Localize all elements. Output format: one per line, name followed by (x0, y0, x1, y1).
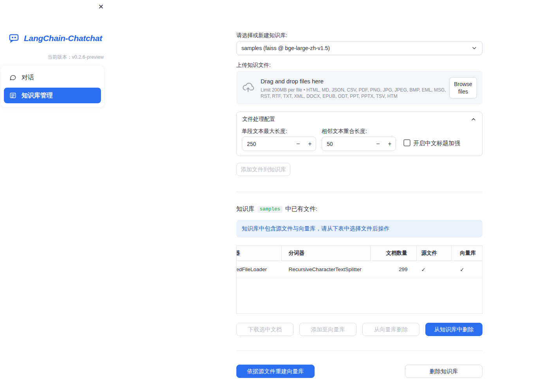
sidebar-close-icon[interactable]: ✕ (95, 2, 106, 13)
cell-vector-check: ✓ (452, 261, 482, 278)
expander-title: 文件处理配置 (242, 116, 275, 123)
delete-kb-button[interactable]: 删除知识库 (405, 365, 482, 378)
list-icon (9, 92, 16, 99)
sidebar-item-dialogue[interactable]: 对话 (4, 70, 101, 85)
add-files-button[interactable]: 添加文件到知识库 (236, 163, 290, 176)
cell-source-check: ✓ (417, 261, 452, 278)
zh-title-enhance-checkbox[interactable] (403, 139, 410, 146)
max-length-input[interactable]: 250 − + (242, 137, 316, 151)
rebuild-vector-store-button[interactable]: 依据源文件重建向量库 (236, 365, 315, 378)
divider (236, 192, 482, 192)
max-length-value: 250 (242, 141, 292, 147)
browse-files-button[interactable]: Browse files (449, 77, 477, 99)
col-loader: 文档加载器 (237, 246, 282, 261)
kb-name-code: samples (257, 206, 283, 213)
max-length-label: 单段文本最大长度: (242, 128, 287, 135)
plus-button[interactable]: + (304, 137, 316, 151)
dropzone-title: Drag and drop files here (261, 78, 324, 85)
sidebar-menu: 对话 知识库管理 (1, 66, 104, 107)
minus-button[interactable]: − (372, 137, 384, 151)
app-title: LangChain-Chatchat (24, 34, 102, 43)
delete-from-vector-store-button[interactable]: 从向量库删除 (362, 323, 419, 336)
col-vector-store: 向量库 (452, 246, 482, 261)
sidebar-item-label: 知识库管理 (22, 92, 53, 100)
minus-button[interactable]: − (292, 137, 304, 151)
sidebar-item-label: 对话 (22, 74, 34, 82)
version-label: 当前版本：v0.2.6-preview (0, 54, 104, 61)
overlap-value: 50 (322, 141, 372, 147)
dropzone-limits: Limit 200MB per file • HTML, MD, JSON, C… (261, 87, 448, 99)
delete-from-kb-button[interactable]: 从知识库中删除 (425, 323, 482, 336)
col-doc-count: 文档数量 (371, 246, 417, 261)
cloud-upload-icon (241, 81, 255, 93)
col-splitter: 分词器 (282, 246, 371, 261)
upload-label: 上传知识文件: (236, 62, 271, 69)
kb-selectbox[interactable]: samples (faiss @ bge-large-zh-v1.5) (236, 41, 482, 55)
files-table[interactable]: 文档加载器 分词器 文档数量 源文件 向量库 UnstructuredFileL… (236, 245, 482, 314)
overlap-label: 相邻文本重合长度: (322, 128, 367, 135)
zh-title-enhance-label: 开启中文标题加强 (413, 140, 460, 147)
plus-button[interactable]: + (384, 137, 396, 151)
cell-doc-count: 299 (371, 261, 417, 278)
cell-loader: UnstructuredFileLoader (237, 261, 282, 278)
kb-selected-value: samples (faiss @ bge-large-zh-v1.5) (241, 45, 471, 51)
heading-prefix: 知识库 (236, 205, 255, 213)
divider (236, 351, 482, 351)
chat-bubble-icon (9, 74, 16, 81)
overlap-input[interactable]: 50 − + (322, 137, 396, 151)
sidebar: ✕ LangChain-Chatchat 当前版本：v0.2.6-preview… (0, 0, 110, 392)
info-banner: 知识库中包含源文件与向量库，请从下表中选择文件后操作 (236, 220, 482, 237)
heading-suffix: 中已有文件: (285, 205, 317, 213)
table-row[interactable]: UnstructuredFileLoader RecursiveCharacte… (237, 261, 482, 278)
app-page: ✕ LangChain-Chatchat 当前版本：v0.2.6-preview… (0, 0, 540, 392)
download-selected-button[interactable]: 下载选中文档 (236, 323, 293, 336)
col-source-file: 源文件 (417, 246, 452, 261)
table-header-row: 文档加载器 分词器 文档数量 源文件 向量库 (237, 246, 482, 261)
expander-header[interactable]: 文件处理配置 (237, 112, 482, 127)
sidebar-item-knowledge-base[interactable]: 知识库管理 (4, 88, 101, 103)
app-logo: LangChain-Chatchat (0, 33, 110, 43)
existing-files-heading: 知识库 samples 中已有文件: (236, 205, 317, 213)
kb-select-label: 请选择或新建知识库: (236, 32, 287, 39)
cell-splitter: RecursiveCharacterTextSplitter (282, 261, 371, 278)
chevron-down-icon (471, 45, 477, 51)
add-to-vector-store-button[interactable]: 添加至向量库 (299, 323, 356, 336)
chat-logo-icon (7, 33, 20, 43)
chevron-up-icon (470, 116, 477, 122)
